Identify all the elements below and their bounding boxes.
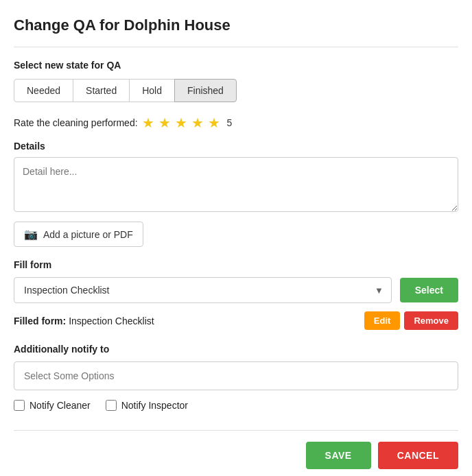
filled-form-value: Inspection Checklist: [69, 316, 154, 326]
notify-cleaner-label: Notify Cleaner: [30, 400, 91, 411]
bottom-divider: [14, 430, 458, 431]
star-2[interactable]: ★: [158, 115, 171, 131]
notify-inspector-item[interactable]: Notify Inspector: [106, 400, 188, 411]
rating-row: Rate the cleaning performed: ★ ★ ★ ★ ★ 5: [14, 115, 458, 131]
star-3[interactable]: ★: [175, 115, 187, 131]
star-5[interactable]: ★: [208, 115, 220, 131]
form-dropdown-wrapper: Inspection Checklist ▼: [14, 277, 392, 303]
notify-cleaner-checkbox[interactable]: [14, 400, 25, 411]
state-btn-finished[interactable]: Finished: [174, 79, 237, 102]
fill-form-row: Inspection Checklist ▼ Select: [14, 277, 458, 303]
filled-form-row: Filled form: Inspection Checklist Edit R…: [14, 311, 458, 330]
edit-button[interactable]: Edit: [364, 311, 401, 330]
notify-select-input[interactable]: [14, 361, 458, 390]
details-label: Details: [14, 141, 458, 152]
star-1[interactable]: ★: [142, 115, 154, 131]
rating-label: Rate the cleaning performed:: [14, 117, 138, 128]
state-section-label: Select new state for QA: [14, 60, 458, 71]
checkboxes-row: Notify Cleaner Notify Inspector: [14, 400, 458, 411]
action-buttons: SAVE CANCEL: [14, 442, 458, 469]
notify-cleaner-item[interactable]: Notify Cleaner: [14, 400, 91, 411]
notify-inspector-checkbox[interactable]: [106, 400, 117, 411]
form-dropdown[interactable]: Inspection Checklist: [14, 277, 392, 303]
filled-form-label: Filled form:: [14, 316, 66, 326]
add-picture-button[interactable]: 📷 Add a picture or PDF: [14, 222, 143, 247]
fill-form-label: Fill form: [14, 259, 458, 270]
state-buttons-group: Needed Started Hold Finished: [14, 79, 458, 102]
state-btn-started[interactable]: Started: [73, 79, 130, 102]
rating-value: 5: [227, 117, 233, 128]
select-button[interactable]: Select: [400, 278, 458, 302]
camera-icon: 📷: [24, 228, 38, 241]
notify-inspector-label: Notify Inspector: [121, 400, 188, 411]
page-title: Change QA for Dolphin House: [14, 16, 458, 34]
star-4[interactable]: ★: [191, 115, 204, 131]
filled-form-text: Filled form: Inspection Checklist: [14, 316, 364, 326]
details-textarea[interactable]: [14, 157, 458, 212]
header-divider: [14, 47, 458, 47]
state-btn-needed[interactable]: Needed: [14, 79, 73, 102]
remove-button[interactable]: Remove: [404, 311, 458, 330]
notify-section-label: Additionally notify to: [14, 344, 458, 355]
cancel-button[interactable]: CANCEL: [378, 442, 458, 469]
state-btn-hold[interactable]: Hold: [129, 79, 175, 102]
add-picture-label: Add a picture or PDF: [43, 229, 133, 240]
save-button[interactable]: SAVE: [306, 442, 371, 469]
